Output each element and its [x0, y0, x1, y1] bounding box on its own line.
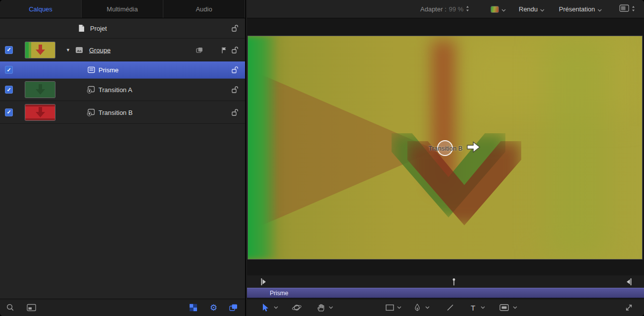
- stepper-icon: [632, 5, 635, 14]
- layer-label[interactable]: Transition B: [99, 108, 133, 116]
- tab-calques[interactable]: Calques: [0, 0, 82, 18]
- stepper-icon[interactable]: [466, 5, 469, 14]
- playhead-marker[interactable]: [452, 278, 456, 285]
- blend-mode-icon[interactable]: [196, 47, 203, 53]
- layer-thumbnail: [25, 42, 55, 58]
- activation-checkbox[interactable]: ✓: [5, 66, 13, 74]
- unlock-icon[interactable]: [232, 25, 239, 32]
- layers-list: Projet ✓ ▼ Groupe: [0, 18, 245, 299]
- search-icon[interactable]: [6, 304, 14, 312]
- chevron-down-icon[interactable]: [481, 306, 485, 309]
- zoom-value: 99 %: [449, 5, 464, 13]
- display-layout-control[interactable]: [619, 0, 635, 18]
- render-menu[interactable]: Rendu: [519, 0, 545, 18]
- checkerboard-icon[interactable]: [190, 304, 197, 312]
- select-tool-icon[interactable]: [262, 303, 268, 312]
- layer-thumbnail: [25, 104, 55, 121]
- media-transition-icon: [87, 108, 95, 116]
- unlock-icon[interactable]: [232, 108, 239, 116]
- color-channels-icon: [491, 6, 499, 13]
- filter-icon: [88, 66, 95, 73]
- track-label: Prisme: [247, 290, 288, 297]
- layer-row-transition-b[interactable]: ✓ Transition B: [0, 101, 245, 124]
- group-icon: [75, 47, 83, 53]
- channel-display-control[interactable]: [491, 0, 506, 18]
- chevron-down-icon[interactable]: [397, 306, 401, 309]
- zoom-label: Adapter :: [420, 5, 446, 13]
- tab-audio[interactable]: Audio: [163, 0, 245, 18]
- blur-band-shape: [545, 36, 609, 259]
- canvas-area: Adapter : 99 % Rendu Présentation: [247, 0, 644, 316]
- canvas-toolbar: Adapter : 99 % Rendu Présentation: [247, 0, 644, 18]
- gear-icon[interactable]: ⚙: [210, 304, 217, 312]
- layer-row-projet[interactable]: Projet: [0, 18, 245, 39]
- layer-row-prisme[interactable]: ✓ Prisme: [0, 61, 245, 79]
- check-icon: ✓: [6, 87, 11, 93]
- check-icon: ✓: [6, 109, 11, 115]
- disclosure-triangle-icon[interactable]: ▼: [66, 48, 70, 53]
- activation-checkbox[interactable]: ✓: [5, 86, 13, 94]
- panel-tabbar: Calques Multimédia Audio: [0, 0, 245, 18]
- bezier-pen-tool-icon[interactable]: [414, 304, 421, 312]
- chevron-down-icon[interactable]: [425, 306, 430, 309]
- activation-checkbox[interactable]: ✓: [5, 46, 13, 54]
- mask-tool-icon[interactable]: [499, 304, 509, 311]
- media-transition-icon: [87, 86, 95, 94]
- timeline-track-prisme[interactable]: Prisme: [247, 288, 644, 298]
- play-range-in-marker[interactable]: [261, 278, 266, 285]
- text-tool-icon[interactable]: T: [471, 304, 475, 312]
- layer-row-transition-a[interactable]: ✓ Transition A: [0, 79, 245, 101]
- pan-hand-tool-icon[interactable]: [317, 304, 325, 312]
- motion-window: Calques Multimédia Audio Projet ✓: [0, 0, 644, 316]
- canvas[interactable]: Transition B: [248, 36, 642, 259]
- unlock-icon[interactable]: [232, 86, 239, 94]
- preview-frame-icon[interactable]: [27, 304, 36, 312]
- rectangle-tool-icon[interactable]: [386, 305, 394, 311]
- line-tool-icon[interactable]: [446, 304, 454, 312]
- tab-multimedia[interactable]: Multimédia: [82, 0, 163, 18]
- render-label: Rendu: [519, 5, 538, 13]
- layer-thumbnail: [25, 81, 55, 98]
- layers-view-icon[interactable]: [229, 304, 238, 312]
- zoom-control[interactable]: Adapter : 99 %: [420, 0, 469, 18]
- flag-icon[interactable]: [221, 47, 227, 53]
- motion-path-arrow-icon[interactable]: [466, 140, 481, 156]
- chevron-down-icon[interactable]: [513, 306, 517, 309]
- transform-3d-tool-icon[interactable]: [292, 304, 302, 312]
- layer-label[interactable]: Transition A: [99, 86, 132, 94]
- layers-panel: Calques Multimédia Audio Projet ✓: [0, 0, 246, 316]
- presentation-menu[interactable]: Présentation: [559, 0, 602, 18]
- expand-timeline-icon[interactable]: [625, 304, 633, 312]
- unlock-icon[interactable]: [232, 66, 239, 74]
- chevron-down-icon: [540, 5, 545, 14]
- chevron-down-icon: [501, 5, 506, 14]
- layers-footer-bar: ⚙: [0, 299, 245, 316]
- mini-timeline-ruler[interactable]: [247, 275, 644, 288]
- play-range-out-marker[interactable]: [626, 278, 632, 285]
- layer-label[interactable]: Groupe: [89, 46, 110, 53]
- layer-label[interactable]: Prisme: [99, 66, 118, 74]
- chevron-down-icon[interactable]: [329, 306, 333, 309]
- document-icon: [78, 24, 85, 32]
- check-icon: ✓: [6, 67, 11, 73]
- activation-checkbox[interactable]: ✓: [5, 108, 13, 116]
- unlock-icon[interactable]: [232, 46, 239, 53]
- chevron-down-icon: [597, 5, 602, 14]
- layer-row-groupe[interactable]: ✓ ▼ Groupe: [0, 39, 245, 61]
- green-edge-gradient: [248, 36, 279, 259]
- presentation-label: Présentation: [559, 5, 595, 13]
- chevron-down-icon[interactable]: [274, 306, 278, 309]
- display-icon: [619, 4, 629, 14]
- layer-label: Projet: [90, 25, 107, 32]
- check-icon: ✓: [6, 47, 11, 53]
- canvas-zone: Transition B: [247, 18, 644, 275]
- tools-toolbar: T: [247, 299, 644, 316]
